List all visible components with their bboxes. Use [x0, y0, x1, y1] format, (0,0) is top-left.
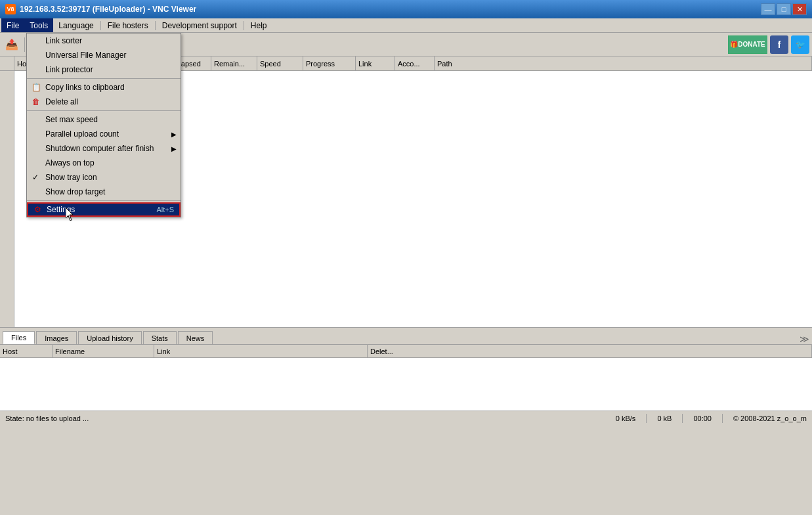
menu-universal-file-manager[interactable]: Universal File Manager — [27, 48, 181, 62]
menu-show-tray-icon[interactable]: ✓ Show tray icon — [27, 170, 181, 185]
link-sorter-label: Link sorter — [45, 36, 82, 45]
col-speed[interactable]: Speed — [257, 56, 303, 70]
tray-icon-check: ✓ — [32, 173, 39, 182]
menu-copy-links[interactable]: 📋 Copy links to clipboard — [27, 80, 181, 95]
menu-bar: File Tools Language File hosters Develop… — [0, 18, 812, 33]
close-button[interactable]: ✕ — [792, 3, 807, 15]
tab-images[interactable]: Images — [36, 331, 77, 344]
menu-item-file[interactable]: File — [1, 18, 24, 32]
btcol-delete[interactable]: Delet... — [368, 345, 812, 357]
speed-value: 0 kB/s — [616, 414, 636, 422]
universal-file-manager-label: Universal File Manager — [45, 51, 126, 60]
bottom-table: Host Filename Link Delet... — [0, 344, 812, 411]
maximize-button[interactable]: □ — [777, 3, 791, 15]
settings-label: Settings — [47, 205, 75, 214]
col-account[interactable]: Acco... — [395, 56, 435, 70]
status-sep-3 — [722, 414, 723, 423]
copy-links-label: Copy links to clipboard — [45, 83, 125, 92]
tab-news[interactable]: News — [178, 331, 213, 344]
shutdown-label: Shutdown computer after finish — [45, 144, 154, 153]
app-icon: V8 — [5, 4, 16, 14]
delete-icon: 🗑 — [31, 97, 41, 107]
status-text: State: no files to upload ... — [5, 414, 89, 422]
donate-label: DONATE — [738, 41, 765, 48]
col-remain[interactable]: Remain... — [211, 56, 257, 70]
menu-show-drop-target[interactable]: Show drop target — [27, 185, 181, 199]
btcol-filename[interactable]: Filename — [53, 345, 154, 357]
parallel-upload-label: Parallel upload count — [45, 129, 119, 139]
btcol-link[interactable]: Link — [154, 345, 368, 357]
tab-files[interactable]: Files — [3, 331, 35, 344]
tab-stats[interactable]: Stats — [143, 331, 177, 344]
status-sep-1 — [646, 414, 647, 423]
menu-separator — [100, 21, 101, 30]
social-facebook[interactable]: f — [770, 35, 788, 54]
bottom-content-area — [0, 358, 812, 411]
settings-icon: ⚙ — [32, 204, 43, 215]
menu-item-help[interactable]: Help — [246, 18, 272, 32]
menu-sep-3 — [27, 200, 181, 201]
col-link[interactable]: Link — [356, 56, 395, 70]
menu-shutdown[interactable]: Shutdown computer after finish — [27, 141, 181, 156]
bottom-table-header: Host Filename Link Delet... — [0, 345, 812, 358]
menu-delete-all[interactable]: 🗑 Delete all — [27, 95, 181, 109]
social-twitter[interactable]: 🐦 — [791, 35, 809, 54]
menu-separator3 — [244, 21, 244, 30]
menu-item-tools[interactable]: Tools — [24, 18, 53, 32]
minimize-button[interactable]: — — [761, 3, 775, 15]
menu-link-sorter[interactable]: Link sorter — [27, 34, 181, 48]
window-title: 192.168.3.52:39717 (FileUploader) - VNC … — [20, 5, 196, 14]
menu-parallel-upload[interactable]: Parallel upload count — [27, 127, 181, 141]
tools-dropdown-menu: Link sorter Universal File Manager Link … — [26, 33, 181, 217]
menu-separator2 — [155, 21, 156, 30]
time-value: 00:00 — [693, 414, 712, 422]
col-path[interactable]: Path — [435, 56, 812, 70]
upload-icon: 📤 — [5, 38, 18, 51]
link-protector-label: Link protector — [45, 65, 93, 74]
donate-button[interactable]: 🎁 DONATE — [728, 35, 767, 54]
menu-settings[interactable]: ⚙ Settings Alt+S — [27, 202, 181, 217]
tab-scroll-right[interactable]: ≫ — [800, 334, 809, 344]
title-bar: V8 192.168.3.52:39717 (FileUploader) - V… — [0, 0, 812, 18]
menu-sep-2 — [27, 110, 181, 111]
menu-item-devsupport[interactable]: Development support — [157, 18, 242, 32]
upload-button[interactable]: 📤 — [3, 35, 21, 54]
size-value: 0 kB — [657, 414, 672, 422]
menu-item-filehosters[interactable]: File hosters — [102, 18, 154, 32]
col-progress[interactable]: Progress — [303, 56, 356, 70]
menu-always-on-top[interactable]: Always on top — [27, 156, 181, 170]
status-sep-2 — [682, 414, 683, 423]
settings-shortcut: Alt+S — [156, 206, 174, 213]
menu-item-language[interactable]: Language — [53, 18, 98, 32]
toolbar-right: 🎁 DONATE f 🐦 — [728, 35, 809, 54]
delete-all-label: Delete all — [45, 97, 78, 106]
row-numbers — [0, 71, 14, 327]
btcol-host[interactable]: Host — [0, 345, 53, 357]
menu-set-max-speed[interactable]: Set max speed — [27, 112, 181, 127]
always-on-top-label: Always on top — [45, 158, 95, 168]
copy-icon: 📋 — [31, 82, 41, 93]
menu-sep-1 — [27, 78, 181, 79]
row-num-header — [0, 56, 14, 70]
show-tray-icon-label: Show tray icon — [45, 173, 97, 182]
tab-upload-history[interactable]: Upload history — [78, 331, 141, 344]
toolbar-sep-1 — [24, 37, 25, 52]
menu-link-protector[interactable]: Link protector — [27, 62, 181, 77]
show-drop-target-label: Show drop target — [45, 187, 105, 196]
copyright-text: © 2008-2021 z_o_o_m — [733, 414, 807, 422]
status-bar: State: no files to upload ... 0 kB/s 0 k… — [0, 411, 812, 425]
donate-icon: 🎁 — [730, 41, 738, 48]
bottom-tabs: Files Images Upload history Stats News ≫ — [0, 327, 812, 344]
set-max-speed-label: Set max speed — [45, 115, 98, 124]
